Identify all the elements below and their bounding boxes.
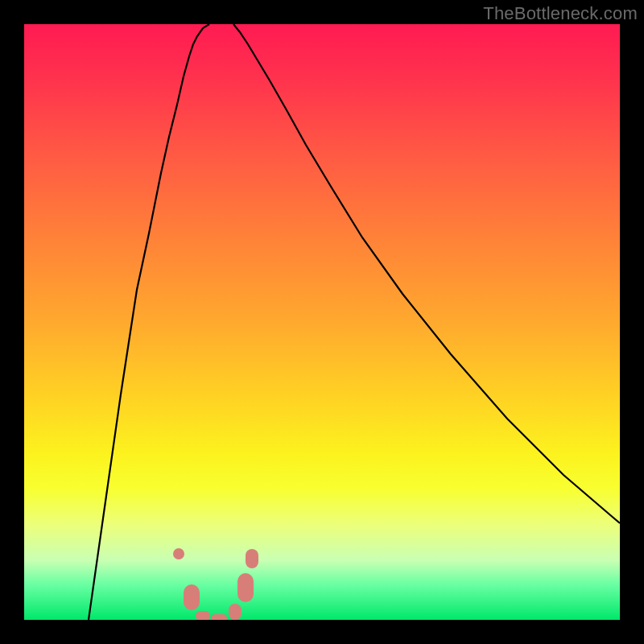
right-curve-path <box>233 24 620 523</box>
right-dot-upper <box>246 549 258 568</box>
valley-blob-1 <box>196 611 210 620</box>
right-blob-upper <box>237 573 254 602</box>
chart-frame <box>24 24 620 620</box>
left-curve-path <box>89 24 209 620</box>
right-blob-lower <box>229 604 242 620</box>
left-blob-lower <box>184 584 200 610</box>
left-dot-upper <box>173 548 184 559</box>
chart-curve <box>24 24 620 620</box>
valley-blob-2 <box>211 614 227 620</box>
watermark: TheBottleneck.com <box>483 3 638 24</box>
